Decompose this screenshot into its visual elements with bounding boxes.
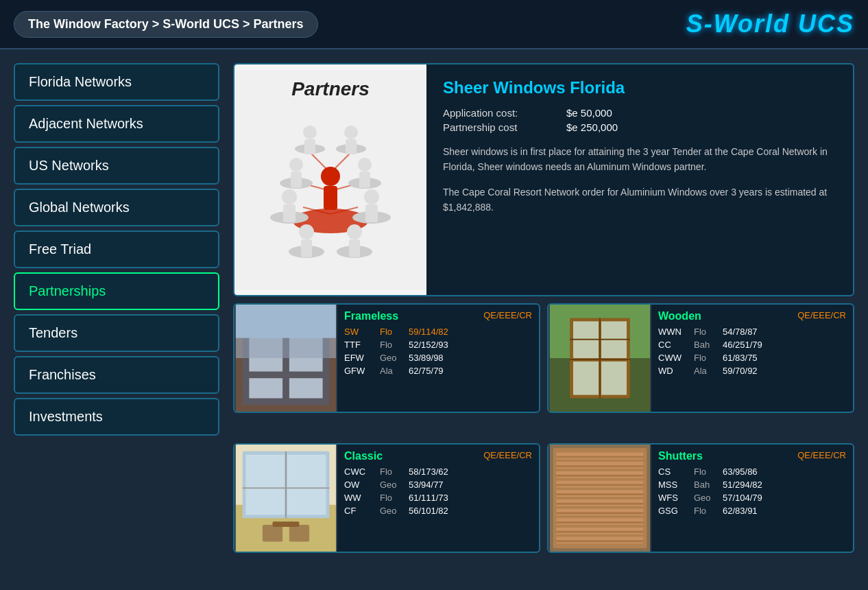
frameless-row-3: GFW Ala 62/75/79: [344, 364, 532, 377]
shutters-name: Shutters: [658, 450, 703, 462]
sidebar-item-us-networks[interactable]: US Networks: [14, 147, 219, 185]
classic-row-2: WW Flo 61/111/73: [344, 491, 532, 504]
main-content: Florida Networks Adjacent Networks US Ne…: [0, 49, 868, 590]
product-data-frameless: Frameless QE/EEE/CR SW Flo 59/114/82 TTF…: [337, 305, 539, 412]
svg-rect-82: [557, 503, 644, 505]
partners-description-1: Sheer windows is in first place for atta…: [443, 144, 836, 215]
product-image-shutters: [548, 445, 651, 552]
product-data-classic: Classic QE/EEE/CR CWC Flo 58/173/62 OW G…: [337, 445, 539, 552]
classic-name: Classic: [344, 450, 383, 462]
partners-costs: Application cost: $e 50,000 Partnership …: [443, 107, 836, 133]
svg-rect-49: [573, 362, 599, 395]
partnership-cost-value: $e 250,000: [566, 121, 618, 133]
svg-rect-78: [557, 465, 644, 467]
product-image-wooden: [548, 305, 651, 412]
svg-rect-86: [557, 540, 644, 542]
wooden-row-0: WWN Flo 54/78/87: [658, 325, 846, 338]
wooden-qe: QE/EEE/CR: [797, 310, 846, 322]
shutters-qe: QE/EEE/CR: [797, 450, 846, 462]
svg-rect-15: [365, 204, 378, 222]
sidebar-item-global-networks[interactable]: Global Networks: [14, 189, 219, 226]
application-cost-label: Application cost:: [443, 107, 553, 119]
shutters-row-3: GSG Flo 62/83/91: [658, 504, 846, 517]
application-cost-row: Application cost: $e 50,000: [443, 107, 836, 119]
product-image-classic: [234, 445, 337, 552]
svg-rect-24: [304, 139, 315, 154]
svg-point-2: [321, 167, 340, 186]
svg-rect-64: [273, 521, 300, 527]
svg-point-17: [289, 158, 303, 172]
partners-hero: Partners: [233, 63, 854, 296]
sidebar-item-florida-networks[interactable]: Florida Networks: [14, 63, 219, 101]
svg-rect-83: [557, 512, 644, 514]
svg-rect-42: [236, 338, 336, 358]
product-card-frameless: Frameless QE/EEE/CR SW Flo 59/114/82 TTF…: [233, 303, 540, 413]
classic-row-1: OW Geo 53/94/77: [344, 478, 532, 491]
svg-rect-40: [289, 378, 323, 398]
svg-rect-33: [349, 239, 360, 257]
svg-point-26: [344, 126, 358, 139]
wooden-row-3: WD Ala 59/70/92: [658, 364, 846, 377]
breadcrumb-text: The Window Factory > S-World UCS > Partn…: [28, 17, 304, 31]
product-card-classic: Classic QE/EEE/CR CWC Flo 58/173/62 OW G…: [233, 443, 540, 553]
svg-rect-58: [246, 455, 285, 515]
application-cost-value: $e 50,000: [566, 107, 612, 119]
sidebar: Florida Networks Adjacent Networks US Ne…: [14, 63, 219, 576]
svg-point-20: [358, 158, 372, 172]
shutters-row-2: WFS Geo 57/104/79: [658, 491, 846, 504]
svg-rect-76: [557, 537, 644, 544]
sidebar-item-partnerships[interactable]: Partnerships: [14, 272, 219, 310]
partners-info: Sheer Windows Florida Application cost: …: [426, 64, 853, 295]
sidebar-item-free-triad[interactable]: Free Triad: [14, 231, 219, 268]
svg-rect-27: [346, 139, 357, 154]
shutters-row-1: MSS Bah 51/294/82: [658, 478, 846, 491]
wooden-name: Wooden: [658, 310, 701, 322]
svg-rect-85: [557, 531, 644, 533]
shutters-illustration: [548, 445, 651, 552]
svg-rect-73: [557, 509, 644, 516]
partners-image-title: Partners: [234, 78, 426, 100]
svg-rect-80: [557, 484, 644, 486]
svg-rect-50: [601, 362, 627, 395]
svg-rect-18: [291, 172, 302, 188]
svg-rect-12: [283, 204, 296, 222]
frameless-name: Frameless: [344, 310, 398, 322]
svg-rect-81: [557, 493, 644, 495]
sidebar-item-adjacent-networks[interactable]: Adjacent Networks: [14, 105, 219, 143]
svg-point-32: [347, 224, 362, 239]
partnership-cost-label: Partnership cost: [443, 121, 553, 133]
classic-row-3: CF Geo 56/101/82: [344, 504, 532, 517]
partners-image: Partners: [234, 64, 426, 295]
product-data-wooden: Wooden QE/EEE/CR WWN Flo 54/78/87 CC Bah…: [651, 305, 853, 412]
frameless-row-2: EFW Geo 53/89/98: [344, 351, 532, 364]
svg-point-23: [303, 126, 317, 139]
svg-rect-62: [263, 525, 282, 541]
svg-rect-39: [249, 378, 282, 398]
partner-name: Sheer Windows Florida: [443, 78, 836, 97]
products-grid: Frameless QE/EEE/CR SW Flo 59/114/82 TTF…: [233, 303, 854, 576]
breadcrumb: The Window Factory > S-World UCS > Partn…: [14, 11, 318, 38]
classic-qe: QE/EEE/CR: [483, 450, 532, 462]
svg-rect-41: [236, 305, 336, 338]
right-panel: Partners: [233, 63, 854, 576]
svg-rect-71: [557, 490, 644, 497]
sidebar-item-tenders[interactable]: Tenders: [14, 314, 219, 352]
product-card-shutters: Shutters QE/EEE/CR CS Flo 63/95/86 MSS B…: [547, 443, 854, 553]
sidebar-item-franchises[interactable]: Franchises: [14, 356, 219, 394]
wooden-row-2: CWW Flo 61/83/75: [658, 351, 846, 364]
svg-rect-79: [557, 475, 644, 477]
shutters-row-0: CS Flo 63/95/86: [658, 465, 846, 478]
frameless-illustration: [234, 305, 337, 412]
svg-rect-84: [557, 521, 644, 523]
wooden-row-1: CC Bah 46/251/79: [658, 338, 846, 351]
sidebar-item-investments[interactable]: Investments: [14, 398, 219, 436]
product-image-frameless: [234, 305, 337, 412]
svg-point-29: [299, 224, 314, 239]
frameless-row-1: TTF Flo 52/152/93: [344, 338, 532, 351]
svg-point-11: [282, 189, 297, 204]
svg-rect-63: [289, 525, 309, 541]
svg-rect-21: [359, 172, 370, 188]
svg-rect-59: [287, 455, 326, 515]
wooden-illustration: [548, 305, 651, 412]
frameless-row-0: SW Flo 59/114/82: [344, 325, 532, 338]
